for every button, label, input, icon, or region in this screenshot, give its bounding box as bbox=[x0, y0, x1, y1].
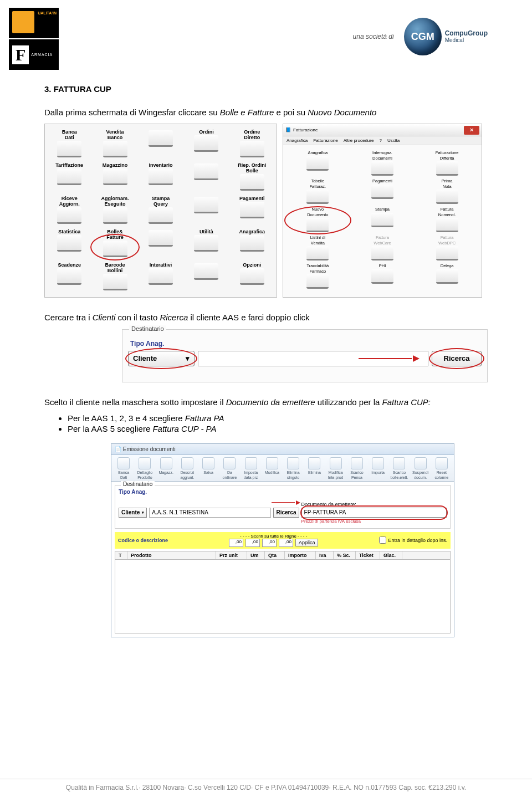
main-tile[interactable]: Anagrafica bbox=[230, 228, 274, 258]
column-header[interactable]: Qta bbox=[265, 551, 285, 559]
table-body bbox=[115, 560, 451, 633]
toolbar-button[interactable]: Scaricobolle.elett. bbox=[389, 457, 409, 481]
main-tile[interactable]: Scadenze bbox=[47, 262, 91, 292]
toolbar-button[interactable]: Salva bbox=[198, 457, 218, 481]
codice-descrizione-row: Codice o descrizione - - - - Sconti su t… bbox=[115, 532, 451, 549]
main-tile[interactable]: Opzioni bbox=[230, 262, 274, 292]
main-tile[interactable] bbox=[184, 162, 228, 192]
entra-dettaglio-checkbox[interactable]: Entra in dettaglio dopo ins. bbox=[379, 536, 447, 544]
fatturazione-window: 📘 Fatturazione ✕ AnagraficaFatturazioneA… bbox=[283, 124, 482, 298]
toolbar-button[interactable]: Magazz. bbox=[156, 457, 176, 481]
column-header[interactable]: % Sc. bbox=[334, 551, 356, 559]
sub-tile[interactable]: FatturazioneDifferita bbox=[416, 151, 478, 176]
sub-tile[interactable]: PHI bbox=[351, 264, 414, 289]
column-header[interactable]: Prodotto bbox=[127, 551, 216, 559]
sub-tile[interactable]: Anagrafica bbox=[287, 151, 349, 176]
main-tile[interactable]: StampaQuery bbox=[139, 195, 183, 225]
menu-item[interactable]: Uscita bbox=[387, 138, 400, 143]
main-tile[interactable]: Tariffazione bbox=[47, 162, 91, 192]
entra-checkbox-input[interactable] bbox=[379, 536, 386, 544]
documento-emettere-field[interactable]: FP-FATTURA PA bbox=[301, 508, 447, 518]
sub-tile[interactable]: Interrogaz.Documenti bbox=[351, 151, 414, 176]
column-header[interactable]: Giac. bbox=[380, 551, 402, 559]
column-header[interactable]: Importo bbox=[285, 551, 316, 559]
main-tile[interactable]: Aggiornam.Eseguito bbox=[93, 195, 137, 225]
column-header[interactable]: Um bbox=[247, 551, 265, 559]
main-tile[interactable]: Ordini bbox=[184, 129, 228, 159]
sub-tile[interactable]: TracciabilitàFarmaco bbox=[287, 264, 349, 289]
emiss-cliente-dropdown[interactable]: Cliente ▾ bbox=[119, 508, 147, 518]
toolbar-button[interactable]: Importa bbox=[368, 457, 388, 481]
sub-tile[interactable]: NuovoDocumento bbox=[287, 207, 349, 232]
main-tile[interactable]: RiceveAggiorn. bbox=[47, 195, 91, 225]
column-header[interactable]: Ticket bbox=[356, 551, 380, 559]
sub-tile[interactable]: PrimaNota bbox=[416, 179, 478, 204]
ricerca-button[interactable]: Ricerca bbox=[432, 351, 482, 366]
toolbar-icon bbox=[351, 457, 363, 469]
menu-item[interactable]: Fatturazione bbox=[313, 138, 337, 143]
tile-icon bbox=[57, 235, 81, 252]
menu-bar[interactable]: AnagraficaFatturazioneAltre procedure?Us… bbox=[283, 136, 482, 145]
doc-icon: 📄 bbox=[115, 446, 121, 452]
toolbar-button[interactable]: Resetcolonne bbox=[432, 457, 452, 481]
column-header[interactable]: Iva bbox=[316, 551, 334, 559]
toolbar-icon bbox=[308, 457, 320, 469]
sconto-field[interactable]: ,00 bbox=[262, 539, 277, 547]
toolbar-button[interactable]: Elimina bbox=[304, 457, 324, 481]
sub-tile[interactable]: TabelleFatturaz. bbox=[287, 179, 349, 204]
sub-tile[interactable]: Pagamenti bbox=[351, 179, 414, 204]
menu-item[interactable]: Anagrafica bbox=[287, 138, 308, 143]
applica-button[interactable]: Applica bbox=[295, 539, 319, 546]
main-tile[interactable]: Utilità bbox=[184, 228, 228, 258]
main-tile[interactable]: Riep. OrdiniBolle bbox=[230, 162, 274, 192]
main-tile[interactable] bbox=[184, 195, 228, 225]
sub-tile[interactable]: Stampa bbox=[351, 207, 414, 232]
emiss-cliente-value[interactable]: A.A.S. N.1 TRIESTINA bbox=[149, 508, 271, 518]
main-tile[interactable]: Inventario bbox=[139, 162, 183, 192]
toolbar-button[interactable]: ScaricoPensa bbox=[347, 457, 367, 481]
column-header[interactable]: T bbox=[115, 551, 127, 559]
sconto-field[interactable]: ,00 bbox=[229, 539, 243, 547]
tile-icon bbox=[57, 207, 81, 224]
menu-item[interactable]: Altre procedure bbox=[344, 138, 374, 143]
main-tile[interactable]: BancaDati bbox=[47, 129, 91, 159]
tile-icon bbox=[436, 269, 458, 284]
sconto-field[interactable]: ,00 bbox=[279, 539, 293, 547]
main-tile[interactable] bbox=[139, 129, 183, 159]
toolbar-button[interactable]: Sospendidocum. bbox=[411, 457, 431, 481]
emiss-ricerca-button[interactable]: Ricerca bbox=[273, 508, 299, 518]
sub-tile[interactable]: FatturaNomencl. bbox=[416, 207, 478, 232]
column-header[interactable]: Prz unit bbox=[216, 551, 247, 559]
main-tile[interactable]: Bolle&Fatture bbox=[93, 228, 137, 258]
cliente-dropdown[interactable]: Cliente ▾ bbox=[128, 351, 195, 366]
main-tile[interactable]: Statistica bbox=[47, 228, 91, 258]
main-tile[interactable]: Magazzino bbox=[93, 162, 137, 192]
main-tile[interactable]: Interattivi bbox=[139, 262, 183, 292]
toolbar-button[interactable]: BancaDati bbox=[114, 457, 134, 481]
main-tile[interactable] bbox=[184, 262, 228, 292]
main-tile[interactable] bbox=[139, 228, 183, 258]
main-tile[interactable]: Pagamenti bbox=[230, 195, 274, 225]
sub-tile[interactable]: FatturaWebDPC bbox=[416, 236, 478, 260]
sub-tile[interactable]: Listini diVendita bbox=[287, 236, 349, 260]
toolbar-button[interactable]: Modifica bbox=[262, 457, 282, 481]
main-tile[interactable]: OrdineDiretto bbox=[230, 129, 274, 159]
qualita-logo: UALITA'IN bbox=[9, 8, 59, 38]
doc-header: UALITA'IN F ARMACIA una società di CGM C… bbox=[0, 0, 532, 70]
menu-item[interactable]: ? bbox=[379, 138, 381, 143]
toolbar-button[interactable]: Descriziaggiunt. bbox=[177, 457, 197, 481]
toolbar-icon bbox=[287, 457, 299, 469]
sconti-label: - - - - Sconti su tutte le Righe - - - - bbox=[240, 534, 307, 539]
farmacia-logo-text: ARMACIA bbox=[31, 53, 53, 57]
toolbar-button[interactable]: Eliminasingolo bbox=[283, 457, 303, 481]
toolbar-button[interactable]: Daordinare bbox=[219, 457, 239, 481]
sub-tile[interactable]: FatturaWebCare bbox=[351, 236, 414, 260]
main-tile[interactable]: BarcodeBollini bbox=[93, 262, 137, 292]
sub-tile[interactable]: Delega bbox=[416, 264, 478, 289]
toolbar-button[interactable]: DettaglioProdotto bbox=[135, 457, 155, 481]
toolbar-button[interactable]: Impostadata prz bbox=[241, 457, 261, 481]
toolbar-button[interactable]: ModificaInte.prod bbox=[326, 457, 346, 481]
sconto-field[interactable]: ,00 bbox=[245, 539, 260, 547]
main-tile[interactable]: VenditaBanco bbox=[93, 129, 137, 159]
close-icon[interactable]: ✕ bbox=[464, 126, 479, 135]
